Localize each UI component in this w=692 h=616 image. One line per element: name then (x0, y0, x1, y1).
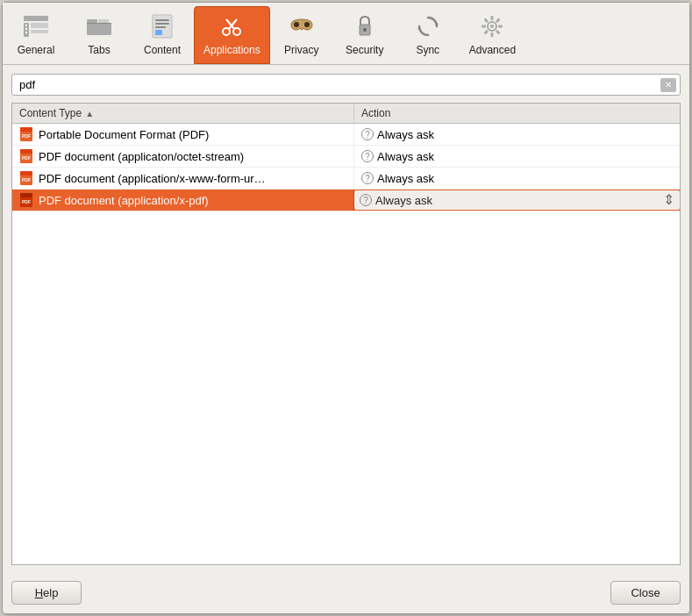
advanced-icon (478, 12, 506, 40)
svg-rect-40 (20, 149, 32, 154)
svg-rect-29 (496, 18, 501, 23)
table-row[interactable]: PDF PDF document (application/x-pdf) ? A… (12, 190, 680, 211)
security-icon (351, 12, 379, 40)
table-row[interactable]: PDF PDF document (applicaton/octet-strea… (12, 146, 680, 168)
cell-action-1: ? Always ask (354, 124, 680, 145)
cell-action-2: ? Always ask (354, 146, 680, 167)
svg-rect-4 (25, 25, 27, 26)
svg-rect-33 (484, 30, 489, 35)
tab-tabs-label: Tabs (88, 44, 110, 56)
clear-icon: ✕ (665, 80, 672, 90)
svg-point-17 (233, 28, 240, 35)
content-icon (148, 12, 176, 40)
svg-rect-0 (24, 16, 48, 21)
search-input[interactable] (16, 76, 660, 93)
tab-applications-label: Applications (203, 44, 260, 56)
cell-action-4[interactable]: ? Always ask ⇕ (354, 190, 680, 210)
svg-rect-43 (20, 171, 32, 175)
help-button[interactable]: Help (11, 581, 82, 605)
help-icon-2: ? (361, 150, 374, 162)
sync-icon (414, 12, 442, 40)
cell-action-3: ? Always ask (354, 168, 680, 189)
table-row[interactable]: PDF Portable Document Format (PDF) ? Alw… (12, 124, 680, 146)
tab-general[interactable]: General (4, 6, 68, 64)
tab-sync[interactable]: Sync (396, 6, 460, 64)
row-1-content-type: Portable Document Format (PDF) (39, 128, 209, 141)
help-icon-3: ? (361, 172, 374, 184)
svg-rect-9 (87, 23, 111, 35)
svg-text:PDF: PDF (22, 133, 31, 139)
tab-advanced[interactable]: Advanced (460, 6, 525, 64)
svg-text:PDF: PDF (22, 199, 31, 204)
cell-content-type-4: PDF PDF document (application/x-pdf) (12, 190, 354, 211)
table-row[interactable]: PDF PDF document (application/x-www-form… (12, 168, 680, 190)
row-4-content-type: PDF document (application/x-pdf) (39, 194, 209, 207)
svg-rect-30 (498, 25, 503, 28)
svg-rect-15 (155, 30, 162, 35)
row-2-content-type: PDF document (applicaton/octet-stream) (39, 150, 244, 163)
tab-sync-label: Sync (416, 44, 439, 56)
table-body: PDF Portable Document Format (PDF) ? Alw… (12, 124, 680, 564)
svg-rect-31 (496, 30, 501, 35)
sort-arrow-icon: ▲ (85, 109, 94, 118)
close-button-label: Close (631, 586, 660, 599)
svg-text:PDF: PDF (22, 177, 31, 183)
column-action-label: Action (361, 107, 390, 119)
column-header-content-type: Content Type ▲ (12, 104, 354, 123)
cell-content-type-3: PDF PDF document (application/x-www-form… (12, 168, 354, 189)
svg-rect-3 (31, 30, 48, 33)
tab-general-label: General (18, 44, 55, 56)
svg-rect-10 (87, 23, 111, 24)
tab-content-label: Content (144, 44, 181, 56)
svg-rect-6 (25, 32, 27, 33)
svg-rect-5 (25, 28, 27, 30)
tabs-icon (85, 12, 113, 40)
help-icon-4: ? (360, 194, 372, 206)
pdf-icon-2: PDF (19, 149, 33, 163)
svg-rect-8 (98, 19, 109, 23)
applications-icon (218, 12, 246, 40)
pdf-icon-1: PDF (19, 127, 33, 141)
pdf-icon-3: PDF (19, 171, 33, 185)
help-icon-1: ? (361, 128, 374, 140)
tab-tabs[interactable]: Tabs (68, 6, 131, 64)
svg-rect-2 (31, 23, 48, 28)
row-2-action: Always ask (377, 150, 434, 163)
svg-text:PDF: PDF (22, 155, 31, 161)
svg-rect-35 (484, 18, 489, 23)
pdf-icon-4: PDF (19, 193, 33, 207)
row-3-action: Always ask (377, 172, 434, 185)
general-icon (22, 12, 50, 40)
svg-point-20 (294, 22, 299, 27)
svg-rect-23 (363, 28, 367, 32)
tab-content[interactable]: Content (131, 6, 194, 64)
tab-privacy[interactable]: Privacy (270, 6, 333, 64)
svg-point-21 (304, 22, 310, 27)
help-button-label: Help (35, 586, 59, 599)
svg-rect-46 (20, 193, 32, 197)
close-button[interactable]: Close (610, 581, 681, 605)
footer: Help Close (3, 574, 689, 613)
column-header-action: Action (354, 104, 680, 123)
tab-applications[interactable]: Applications (194, 6, 270, 64)
tab-security[interactable]: Security (333, 6, 396, 64)
row-1-action: Always ask (377, 128, 434, 141)
column-content-type-label: Content Type (19, 107, 82, 119)
tab-advanced-label: Advanced (469, 44, 516, 56)
search-clear-button[interactable]: ✕ (660, 78, 676, 92)
svg-rect-13 (155, 23, 169, 25)
svg-point-27 (490, 25, 494, 28)
svg-rect-7 (87, 19, 97, 23)
privacy-icon (288, 12, 316, 40)
dropdown-arrow-icon: ⇕ (663, 193, 674, 207)
cell-content-type-2: PDF PDF document (applicaton/octet-strea… (12, 146, 354, 167)
cell-content-type-1: PDF Portable Document Format (PDF) (12, 124, 354, 145)
svg-rect-32 (491, 32, 494, 37)
main-content: ✕ Content Type ▲ Action (3, 65, 689, 574)
content-type-table: Content Type ▲ Action PDF (11, 103, 681, 565)
search-row: ✕ (11, 74, 681, 96)
preferences-dialog: General Tabs (2, 2, 690, 614)
svg-rect-37 (20, 127, 32, 132)
tab-privacy-label: Privacy (284, 44, 318, 56)
row-3-content-type: PDF document (application/x-www-form-ur… (39, 172, 266, 185)
